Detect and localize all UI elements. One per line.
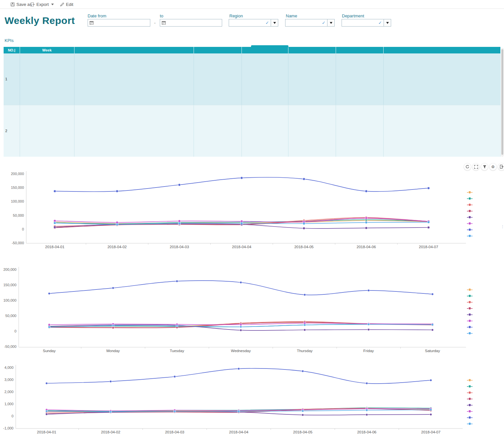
table-scrollbar-thumb[interactable] xyxy=(501,49,503,155)
calendar-icon xyxy=(162,20,166,26)
series-light-blue-point xyxy=(304,324,305,326)
series-purple-point xyxy=(302,414,304,416)
name-input[interactable] xyxy=(287,21,322,25)
name-combo[interactable]: ✓ xyxy=(285,19,327,27)
weekly-line-chart-by-date: 200,000150,000100,00050,0000-50,0002018-… xyxy=(0,162,504,256)
svg-text:50,000: 50,000 xyxy=(5,314,16,318)
department-dropdown-button[interactable] xyxy=(384,19,391,27)
legend-item-series-blue[interactable] xyxy=(467,227,475,233)
department-label: Department xyxy=(342,13,364,18)
chart-legend xyxy=(467,189,475,239)
region-combo[interactable]: ✓ xyxy=(229,19,271,27)
legend-item-series-purple[interactable] xyxy=(467,311,475,318)
weekly-line-chart-by-weekday: 200,000150,000100,00050,0000-50,000Sunda… xyxy=(0,262,504,357)
series-blue-point xyxy=(366,382,368,384)
svg-text:2018-04-06: 2018-04-06 xyxy=(357,430,376,434)
legend-item-series-red[interactable] xyxy=(467,389,475,396)
series-purple-point xyxy=(303,227,305,229)
legend-item-series-purple[interactable] xyxy=(467,402,475,408)
legend-item-series-magenta[interactable] xyxy=(467,408,475,414)
department-input[interactable] xyxy=(344,21,378,25)
table-row[interactable]: 2 xyxy=(4,105,500,157)
legend-item-series-red[interactable] xyxy=(467,299,475,305)
save-as-label: Save as xyxy=(16,2,32,7)
top-toolbar: Save as Export Edit xyxy=(0,0,504,9)
table-cell xyxy=(194,105,242,157)
column-header-week[interactable]: Week xyxy=(20,47,74,53)
check-icon: ✓ xyxy=(322,20,326,25)
table-cell xyxy=(20,53,74,105)
legend-item-series-light-blue[interactable] xyxy=(467,233,475,239)
legend-item-series-blue[interactable] xyxy=(467,414,475,421)
legend-item-series-magenta[interactable] xyxy=(467,318,475,324)
series-light-blue-point xyxy=(112,325,114,327)
series-light-blue-point xyxy=(174,410,176,412)
export-label: Export xyxy=(36,2,49,7)
series-light-blue-point xyxy=(53,222,56,224)
column-header[interactable] xyxy=(336,47,383,53)
series-light-blue-point xyxy=(48,326,50,328)
legend-item-series-light-blue[interactable] xyxy=(467,330,475,336)
series-purple-point xyxy=(365,227,368,229)
date-to-field[interactable] xyxy=(160,19,222,27)
legend-item-series-dark-red[interactable] xyxy=(467,396,475,402)
legend-item-series-orange[interactable] xyxy=(467,287,475,293)
svg-text:Friday: Friday xyxy=(363,349,374,353)
series-blue-point xyxy=(112,287,114,289)
column-header-no[interactable]: NO.| xyxy=(4,47,20,53)
svg-text:0: 0 xyxy=(11,414,13,418)
table-row[interactable]: 1 xyxy=(4,53,500,105)
series-blue-point xyxy=(48,292,50,294)
legend-item-series-teal[interactable] xyxy=(467,195,475,202)
legend-item-series-dark-red[interactable] xyxy=(467,305,475,311)
legend-item-series-purple[interactable] xyxy=(467,214,475,220)
series-blue-point xyxy=(238,368,240,370)
svg-text:2018-04-05: 2018-04-05 xyxy=(293,430,312,434)
series-purple-point xyxy=(53,226,56,228)
svg-text:Sunday: Sunday xyxy=(43,349,55,353)
legend-item-series-orange[interactable] xyxy=(467,189,475,195)
export-button[interactable]: Export xyxy=(31,1,54,8)
legend-item-series-teal[interactable] xyxy=(467,293,475,299)
department-combo[interactable]: ✓ xyxy=(342,19,384,27)
calendar-icon xyxy=(90,20,94,26)
column-header[interactable] xyxy=(288,47,336,53)
dropdown-arrow-icon xyxy=(386,22,389,24)
date-to-label: to xyxy=(160,13,163,18)
column-header[interactable] xyxy=(383,47,500,53)
legend-item-series-blue[interactable] xyxy=(467,324,475,330)
name-dropdown-button[interactable] xyxy=(327,19,335,27)
legend-item-series-teal[interactable] xyxy=(467,383,475,389)
column-header[interactable] xyxy=(242,47,288,53)
svg-text:4,000: 4,000 xyxy=(4,366,13,369)
series-light-blue-point xyxy=(46,410,48,412)
series-purple-point xyxy=(430,413,432,415)
page-title: Weekly Report xyxy=(5,15,75,26)
region-dropdown-button[interactable] xyxy=(271,19,278,27)
column-header[interactable] xyxy=(74,47,194,53)
save-as-button[interactable]: Save as xyxy=(10,1,32,8)
region-input[interactable] xyxy=(231,21,265,25)
svg-text:2018-04-04: 2018-04-04 xyxy=(232,245,251,249)
series-blue-point xyxy=(430,379,432,381)
legend-item-series-dark-red[interactable] xyxy=(467,208,475,214)
series-blue-point xyxy=(427,187,430,189)
legend-item-series-magenta[interactable] xyxy=(467,220,475,227)
table-cell xyxy=(288,53,336,105)
column-header[interactable] xyxy=(194,47,242,53)
legend-overflow-dots[interactable]: ⋮ xyxy=(501,226,504,228)
svg-text:200,000: 200,000 xyxy=(3,268,16,271)
svg-text:2018-04-02: 2018-04-02 xyxy=(101,430,120,434)
legend-item-series-red[interactable] xyxy=(467,202,475,208)
legend-item-series-light-blue[interactable] xyxy=(467,421,475,427)
date-from-input[interactable] xyxy=(95,21,148,25)
svg-text:100,000: 100,000 xyxy=(3,298,16,302)
edit-button[interactable]: Edit xyxy=(60,1,73,8)
date-range-separator: - xyxy=(154,21,156,25)
date-to-input[interactable] xyxy=(167,21,220,25)
svg-text:2018-04-07: 2018-04-07 xyxy=(421,430,441,434)
svg-text:2018-04-01: 2018-04-01 xyxy=(37,430,56,434)
legend-item-series-orange[interactable] xyxy=(467,377,475,383)
svg-text:0: 0 xyxy=(22,227,24,231)
date-from-field[interactable] xyxy=(88,19,150,27)
